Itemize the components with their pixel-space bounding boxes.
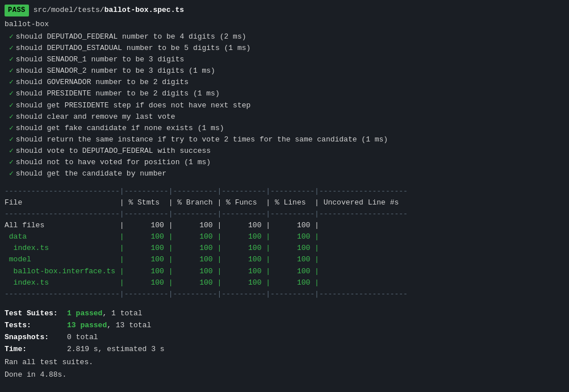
- divider-bottom: --------------------------|----------|--…: [5, 289, 564, 300]
- summary-line: Time:2.819 s, estimated 3 s: [5, 344, 564, 355]
- green-text: 1 passed: [67, 309, 102, 318]
- coverage-section: --------------------------|----------|--…: [0, 186, 569, 197]
- table-row: index.ts | 100 | 100 | 100 | 100 |: [5, 243, 564, 254]
- test-item: ✓should SENADOR_1 number to be 3 digits: [0, 54, 569, 65]
- check-icon: ✓: [9, 77, 14, 88]
- divider-top: --------------------------|----------|--…: [5, 186, 564, 197]
- table-row: ballot-box.interface.ts | 100 | 100 | 10…: [5, 266, 564, 277]
- test-item: ✓should GOVERNADOR number to be 2 digits: [0, 77, 569, 88]
- test-text: should DEPUTADO_ESTADUAL number to be 5 …: [16, 43, 250, 54]
- check-icon: ✓: [9, 168, 14, 180]
- test-text: should not to have voted for position (1…: [16, 157, 211, 168]
- test-text: should vote to DEPUTADO_FEDERAL with suc…: [16, 145, 211, 157]
- test-text: should PRESIDENTE number to be 2 digits …: [16, 88, 220, 99]
- test-item: ✓should vote to DEPUTADO_FEDERAL with su…: [0, 145, 569, 157]
- test-item: ✓should get the candidate by number: [0, 168, 569, 180]
- table-header: File | % Stmts | % Branch | % Funcs | % …: [5, 197, 564, 208]
- summary-value: 0 total: [67, 332, 98, 343]
- table-row: index.ts | 100 | 100 | 100 | 100 |: [5, 277, 564, 289]
- suite-name: ballot-box: [0, 19, 569, 30]
- summary-line: Tests:13 passed, 13 total: [5, 320, 564, 331]
- test-list: ✓should DEPUTADO_FEDERAL number to be 4 …: [0, 31, 569, 180]
- test-text: should DEPUTADO_FEDERAL number to be 4 d…: [16, 31, 246, 43]
- file-path: src/model/tests/: [34, 6, 104, 14]
- check-icon: ✓: [9, 100, 14, 111]
- header-line: PASS src/model/tests/ballot-box.spec.ts: [0, 3, 569, 18]
- summary-label: Tests:: [5, 320, 67, 331]
- terminal: PASS src/model/tests/ballot-box.spec.ts …: [0, 0, 569, 384]
- coverage-table: File | % Stmts | % Branch | % Funcs | % …: [0, 197, 569, 300]
- summary-label: Snapshots:: [5, 332, 67, 343]
- table-row: All files | 100 | 100 | 100 | 100 |: [5, 220, 564, 231]
- green-text: 13 passed: [67, 321, 107, 330]
- check-icon: ✓: [9, 31, 14, 43]
- test-text: should SENADOR_2 number to be 3 digits (…: [16, 65, 215, 77]
- summary-line: Snapshots:0 total: [5, 332, 564, 343]
- test-item: ✓should get fake candidate if none exist…: [0, 123, 569, 134]
- test-item: ✓should DEPUTADO_ESTADUAL number to be 5…: [0, 43, 569, 54]
- test-text: should get the candidate by number: [16, 168, 166, 180]
- summary-label: Time:: [5, 344, 67, 355]
- header-path: src/model/tests/ballot-box.spec.ts: [34, 5, 184, 16]
- summary-label: Test Suites:: [5, 308, 67, 319]
- test-item: ✓should get PRESIDENTE step if does not …: [0, 100, 569, 111]
- test-item: ✓should clear and remove my last vote: [0, 111, 569, 123]
- test-item: ✓should SENADOR_2 number to be 3 digits …: [0, 65, 569, 77]
- check-icon: ✓: [9, 43, 14, 54]
- test-item: ✓should not to have voted for position (…: [0, 157, 569, 168]
- test-item: ✓should DEPUTADO_FEDERAL number to be 4 …: [0, 31, 569, 43]
- check-icon: ✓: [9, 54, 14, 65]
- table-row: data | 100 | 100 | 100 | 100 |: [5, 231, 564, 243]
- test-item: ✓should return the same instance if try …: [0, 134, 569, 145]
- done-line: Done in 4.88s.: [0, 369, 569, 381]
- check-icon: ✓: [9, 123, 14, 134]
- summary-value: 1 passed, 1 total: [67, 308, 143, 319]
- summary-value: 13 passed, 13 total: [67, 320, 151, 331]
- check-icon: ✓: [9, 88, 14, 99]
- test-text: should return the same instance if try t…: [16, 134, 388, 145]
- test-text: should SENADOR_1 number to be 3 digits: [16, 54, 184, 65]
- file-name: ballot-box.spec.ts: [104, 6, 184, 14]
- summary-value: 2.819 s, estimated 3 s: [67, 344, 165, 355]
- test-text: should get PRESIDENTE step if does not h…: [16, 100, 250, 111]
- pass-badge: PASS: [5, 5, 29, 16]
- check-icon: ✓: [9, 134, 14, 145]
- check-icon: ✓: [9, 157, 14, 168]
- summary-line: Test Suites:1 passed, 1 total: [5, 308, 564, 319]
- check-icon: ✓: [9, 145, 14, 157]
- summary-section: Test Suites:1 passed, 1 totalTests:13 pa…: [0, 303, 569, 356]
- test-text: should GOVERNADOR number to be 2 digits: [16, 77, 189, 88]
- check-icon: ✓: [9, 65, 14, 77]
- ran-line: Ran all test suites.: [0, 357, 569, 368]
- test-item: ✓should PRESIDENTE number to be 2 digits…: [0, 88, 569, 99]
- test-text: should clear and remove my last vote: [16, 111, 175, 123]
- check-icon: ✓: [9, 111, 14, 123]
- divider-mid: --------------------------|----------|--…: [5, 208, 564, 220]
- table-row: model | 100 | 100 | 100 | 100 |: [5, 254, 564, 265]
- test-text: should get fake candidate if none exists…: [16, 123, 224, 134]
